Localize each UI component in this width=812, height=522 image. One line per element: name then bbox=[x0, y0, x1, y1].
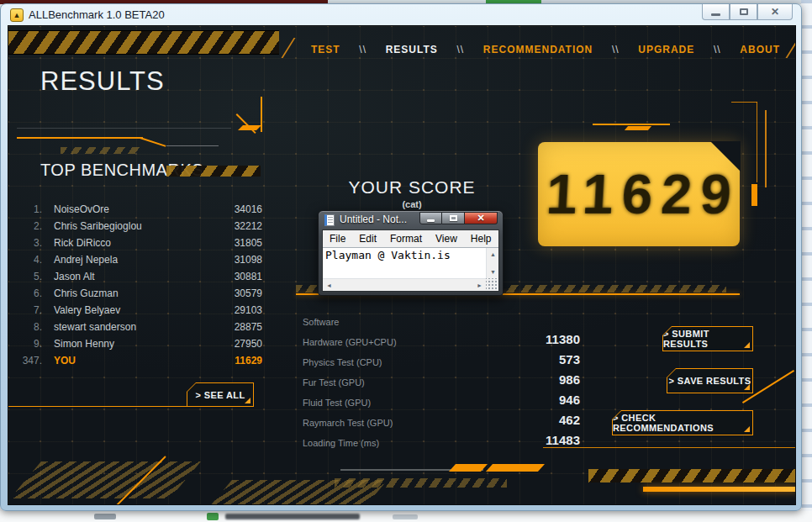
table-row: 7. Valery Belyaev 29103 bbox=[17, 302, 262, 319]
maximize-icon bbox=[450, 215, 457, 221]
deco-line bbox=[593, 124, 670, 125]
maximize-button[interactable] bbox=[730, 4, 757, 20]
stat-row: Raymarch Test (GPU) 462 bbox=[303, 411, 580, 431]
notepad-minimize-button[interactable] bbox=[419, 212, 442, 224]
vertical-scrollbar[interactable]: ▲ ▼ bbox=[486, 248, 498, 278]
stat-value: 986 bbox=[559, 372, 580, 387]
rank: 4. bbox=[17, 254, 54, 266]
stat-label: Software bbox=[303, 317, 339, 327]
deco-line bbox=[731, 102, 757, 103]
deco-dash bbox=[449, 464, 488, 472]
nav-separator: \\ bbox=[714, 44, 721, 55]
check-recommendations-button[interactable]: > CHECK RECOMMENDATIONS bbox=[612, 410, 753, 435]
notepad-text[interactable]: Playman @ Vaktin.is bbox=[325, 249, 451, 261]
table-row: 8. stewart sanderson 28875 bbox=[17, 319, 262, 335]
deco-line bbox=[236, 113, 256, 134]
stats-table: Software Hardware (GPU+CPU) 11380 Physic… bbox=[303, 310, 580, 451]
deco-stripes bbox=[205, 480, 388, 505]
user-name: Valery Belyaev bbox=[54, 304, 210, 316]
close-button[interactable]: ✕ bbox=[757, 4, 793, 20]
menu-help[interactable]: Help bbox=[464, 230, 498, 247]
nav-item-recommendation[interactable]: RECOMMENDATION bbox=[483, 44, 593, 55]
rank: 2. bbox=[17, 220, 54, 232]
stat-label: Raymarch Test (GPU) bbox=[303, 418, 393, 428]
deco-dash bbox=[751, 184, 757, 206]
stat-row: Hardware (GPU+CPU) 11380 bbox=[303, 330, 580, 351]
notepad-title: Untitled - Not... bbox=[340, 214, 407, 225]
nav-item-upgrade[interactable]: UPGRADE bbox=[638, 44, 694, 55]
stat-label: Fur Test (GPU) bbox=[303, 377, 365, 388]
notepad-window-controls: ✕ bbox=[419, 212, 498, 224]
deco-stripes bbox=[10, 461, 201, 498]
save-results-button[interactable]: > SAVE RESULTS bbox=[667, 368, 753, 393]
nav-bracket-left bbox=[282, 38, 308, 58]
minimize-button[interactable] bbox=[702, 4, 730, 20]
user-name: stewart sanderson bbox=[54, 321, 210, 333]
window-controls: ✕ bbox=[702, 4, 793, 20]
horizontal-scrollbar[interactable]: ◄ ► bbox=[323, 278, 486, 291]
notepad-titlebar[interactable]: Untitled - Not... ✕ bbox=[319, 211, 503, 229]
resize-grip[interactable] bbox=[486, 278, 498, 291]
background-blob bbox=[94, 514, 116, 519]
deco-line bbox=[261, 97, 262, 132]
deco-stripes bbox=[588, 469, 796, 482]
user-name: Andrej Nepela bbox=[54, 254, 210, 266]
user-name: Rick DiRicco bbox=[54, 237, 210, 249]
corner-triangle-icon bbox=[744, 384, 750, 390]
menu-format[interactable]: Format bbox=[383, 230, 429, 247]
stat-label: Hardware (GPU+CPU) bbox=[303, 337, 397, 347]
corner-triangle-icon bbox=[744, 342, 750, 348]
scroll-up-icon[interactable]: ▲ bbox=[487, 248, 499, 261]
rank: 8. bbox=[17, 321, 54, 333]
deco-line bbox=[17, 128, 231, 129]
notepad-text-area[interactable]: Playman @ Vaktin.is ▲ ▼ ◄ ► bbox=[323, 247, 498, 291]
stat-row: Fluid Test (GPU) 946 bbox=[303, 391, 580, 411]
table-row: 6. Chris Guzman 30579 bbox=[17, 285, 262, 302]
rank: 9. bbox=[17, 338, 54, 350]
menu-edit[interactable]: Edit bbox=[352, 230, 383, 247]
page-title: RESULTS bbox=[40, 66, 165, 97]
scroll-down-icon[interactable]: ▼ bbox=[487, 266, 499, 278]
background-blob bbox=[225, 514, 360, 519]
close-icon: ✕ bbox=[771, 7, 779, 17]
app-titlebar[interactable]: ▲ ALLBenchmark 1.0 BETA20 ✕ bbox=[1, 4, 801, 25]
deco-dash bbox=[238, 125, 261, 130]
scroll-left-icon[interactable]: ◄ bbox=[323, 279, 335, 292]
user-name: Simon Henny bbox=[54, 338, 210, 350]
notepad-close-button[interactable]: ✕ bbox=[465, 212, 498, 224]
table-row: 3. Rick DiRicco 31805 bbox=[17, 235, 262, 251]
scroll-right-icon[interactable]: ► bbox=[473, 279, 486, 292]
user-name: YOU bbox=[54, 355, 210, 366]
table-row-you: 347. YOU 11629 bbox=[17, 352, 262, 369]
deco-stripes bbox=[61, 147, 140, 154]
score: 29103 bbox=[210, 304, 262, 316]
score: 34016 bbox=[210, 203, 262, 215]
nav-item-about[interactable]: ABOUT bbox=[740, 44, 780, 55]
score: 30579 bbox=[210, 287, 262, 299]
rank: 1. bbox=[17, 203, 54, 215]
corner-triangle-icon bbox=[744, 426, 750, 432]
see-all-button[interactable]: > SEE ALL bbox=[187, 382, 254, 407]
nav-item-test[interactable]: TEST bbox=[311, 44, 340, 55]
stat-label: Loading Time (ms) bbox=[303, 438, 379, 448]
main-nav: TEST \\ RESULTS \\ RECOMMENDATION \\ UPG… bbox=[311, 40, 780, 60]
nav-item-results[interactable]: RESULTS bbox=[386, 44, 438, 55]
background-window-right bbox=[801, 0, 812, 522]
score: 31098 bbox=[210, 254, 262, 266]
score: 27950 bbox=[210, 338, 262, 350]
see-all-label: > SEE ALL bbox=[195, 390, 245, 400]
deco-dash bbox=[625, 126, 651, 130]
benchmark-list: 1. NoiseOvOre 34016 2. Chris Saribegiogl… bbox=[17, 201, 262, 369]
user-name: Chris Guzman bbox=[54, 287, 210, 299]
menu-view[interactable]: View bbox=[429, 230, 464, 247]
submit-results-button[interactable]: > SUBMIT RESULTS bbox=[662, 326, 753, 351]
notepad-maximize-button[interactable] bbox=[442, 212, 465, 224]
user-name: NoiseOvOre bbox=[54, 203, 210, 215]
rank: 347. bbox=[17, 355, 54, 366]
stat-value: 573 bbox=[559, 352, 580, 366]
your-score-heading: YOUR SCORE bbox=[319, 177, 504, 198]
rank: 7. bbox=[17, 304, 54, 316]
background-blob bbox=[393, 514, 418, 519]
deco-line bbox=[166, 145, 219, 146]
menu-file[interactable]: File bbox=[323, 230, 352, 247]
